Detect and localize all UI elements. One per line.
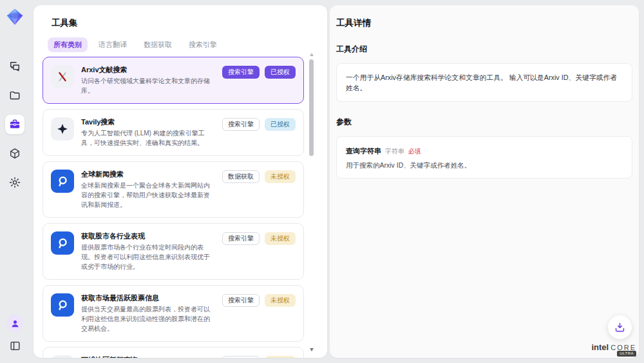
tools-panel: 工具集 所有类别语言翻译数据获取搜索引擎 Arxiv文献搜索 访问各个研究领域大…: [33, 5, 327, 358]
params-heading: 参数: [336, 117, 639, 128]
tool-description: 提供当天交易量最高的股票列表，投资者可以利用这些信息来识别流动性强的股票和潜在的…: [81, 304, 215, 333]
settings-gear-icon[interactable]: [5, 173, 24, 192]
cube-icon[interactable]: [5, 144, 24, 163]
sidebar-nav: [5, 57, 24, 192]
param-name: 查询字符串: [346, 147, 381, 155]
tavily-star-icon: [51, 117, 74, 141]
tool-description: 专为人工智能代理 (LLM) 构建的搜索引擎工具，可快速提供实时、准确和真实的结…: [81, 128, 215, 148]
tool-name: 全球新闻搜索: [81, 170, 215, 179]
newspaper-icon: [51, 355, 74, 358]
user-avatar-icon[interactable]: [6, 315, 23, 331]
tool-name: Tavily搜索: [81, 117, 215, 126]
toolbox-icon[interactable]: [5, 115, 24, 134]
tool-name: 获取市场最活跃股票信息: [81, 293, 215, 302]
category-badge: 搜索引擎: [222, 118, 260, 131]
param-description: 用于搜索的Arxiv ID、关键字或作者姓名。: [346, 161, 623, 170]
tab-1[interactable]: 语言翻译: [93, 37, 133, 52]
param-required-badge: 必填: [408, 148, 421, 155]
tool-description: 全球新闻搜索是一个聚合全球各大新闻网站内容的搜索引擎，帮助用户快速获取全球最新资…: [81, 181, 215, 210]
app-logo-gem: [5, 7, 24, 26]
details-panel: 工具详情 工具介绍 一个用于从Arxiv存储库搜索科学论文和文章的工具。 输入可…: [330, 5, 639, 358]
panel-toggle-icon[interactable]: [6, 337, 23, 354]
tool-name: Arxiv文献搜索: [81, 65, 215, 74]
scroll-down-arrow-icon[interactable]: [310, 348, 314, 351]
category-tabs: 所有类别语言翻译数据获取搜索引擎: [48, 37, 327, 52]
tool-card[interactable]: Tavily搜索 专为人工智能代理 (LLM) 构建的搜索引擎工具，可快速提供实…: [43, 109, 304, 156]
list-scrollbar[interactable]: [309, 53, 314, 351]
tool-description: 访问各个研究领域大量科学论文和文章的存储库。: [81, 76, 215, 95]
param-type: 字符串: [385, 148, 404, 155]
details-panel-title: 工具详情: [336, 17, 639, 29]
chat-icon[interactable]: [5, 57, 24, 76]
auth-status-badge: 已授权: [265, 118, 296, 131]
tool-card[interactable]: Arxiv文献搜索 访问各个研究领域大量科学论文和文章的存储库。 搜索引擎 已授…: [43, 57, 304, 104]
auth-status-badge: 未授权: [265, 232, 296, 245]
intel-core-logo: intelcore Ultra: [587, 341, 636, 353]
news-search-icon: [51, 170, 74, 193]
tab-all-categories[interactable]: 所有类别: [48, 37, 88, 52]
tool-card[interactable]: 全球新闻搜索 全球新闻搜索是一个聚合全球各大新闻网站内容的搜索引擎，帮助用户快速…: [43, 161, 304, 218]
arxiv-icon: [51, 65, 74, 88]
download-button[interactable]: [608, 315, 632, 339]
tool-card[interactable]: 万维地区新闻查询 查询具体行政区划内的新闻，快速了解各地新闻动态。 搜索引擎 未…: [43, 347, 304, 358]
stock-sector-icon: [51, 231, 74, 255]
tool-card-list: Arxiv文献搜索 访问各个研究领域大量科学论文和文章的存储库。 搜索引擎 已授…: [43, 57, 304, 358]
scroll-up-arrow-icon[interactable]: [310, 53, 314, 56]
auth-status-badge: 未授权: [265, 170, 296, 183]
category-badge: 搜索引擎: [222, 232, 260, 245]
category-badge: 搜索引擎: [222, 294, 260, 307]
tools-panel-title: 工具集: [52, 17, 327, 29]
tool-name: 万维地区新闻查询: [81, 355, 215, 358]
folder-icon[interactable]: [5, 86, 24, 105]
category-badge: 数据获取: [222, 170, 260, 183]
intel-wordmark: intel: [591, 342, 609, 352]
category-badge: 搜索引擎: [222, 66, 260, 79]
intro-heading: 工具介绍: [336, 44, 639, 55]
tool-name: 获取股市各行业表现: [81, 231, 215, 240]
scrollbar-thumb[interactable]: [309, 59, 314, 156]
parameter-card: 查询字符串字符串必填 用于搜索的Arxiv ID、关键字或作者姓名。: [336, 136, 632, 179]
auth-status-badge: 未授权: [265, 294, 296, 307]
tab-2[interactable]: 数据获取: [138, 37, 178, 52]
auth-status-badge: 未授权: [265, 356, 296, 358]
tab-3[interactable]: 搜索引擎: [183, 37, 223, 52]
active-stocks-icon: [51, 293, 74, 317]
ultra-badge: Ultra: [617, 351, 636, 357]
sidebar-bottom: [6, 315, 23, 354]
category-badge: 搜索引擎: [222, 356, 260, 358]
tool-description: 提供股票市场各个行业在特定时间段内的表现。投资者可以利用这些信息来识别表现优于或…: [81, 242, 215, 271]
auth-status-badge: 已授权: [265, 66, 296, 79]
download-icon: [614, 321, 626, 333]
app-sidebar: [0, 0, 30, 363]
tool-card[interactable]: 获取市场最活跃股票信息 提供当天交易量最高的股票列表，投资者可以利用这些信息来识…: [43, 285, 304, 342]
tool-intro-text: 一个用于从Arxiv存储库搜索科学论文和文章的工具。 输入可以是Arxiv ID…: [336, 63, 632, 102]
tool-card[interactable]: 获取股市各行业表现 提供股票市场各个行业在特定时间段内的表现。投资者可以利用这些…: [43, 223, 304, 280]
